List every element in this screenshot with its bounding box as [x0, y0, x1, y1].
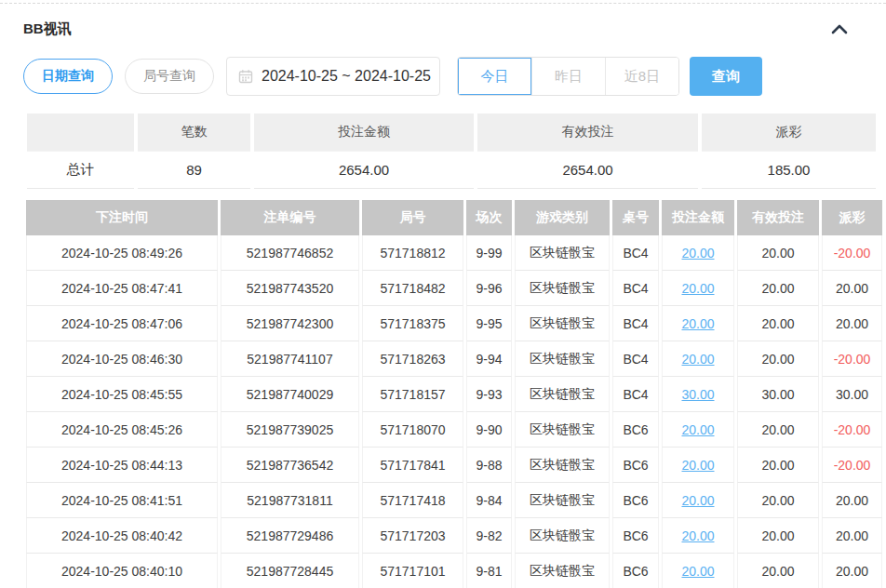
- tab-round-query[interactable]: 局号查询: [125, 59, 214, 94]
- bet-header-cell: 有效投注: [737, 200, 819, 235]
- table-cell: 521987746852: [221, 235, 359, 271]
- table-cell: 区块链骰宝: [515, 412, 610, 448]
- table-cell: 20.00: [737, 448, 819, 483]
- table-cell: 521987741107: [221, 341, 359, 377]
- panel-header: BB视讯: [23, 18, 863, 40]
- table-cell: -20.00: [822, 412, 882, 448]
- table-cell: 20.00: [822, 271, 882, 306]
- bet-amount-link[interactable]: 20.00: [681, 246, 714, 261]
- table-cell: 9-90: [466, 412, 512, 448]
- query-button[interactable]: 查询: [690, 57, 762, 96]
- quick-range-group: 今日昨日近8日: [457, 57, 679, 96]
- table-cell: 30.00: [822, 377, 882, 412]
- table-cell: 20.00: [737, 306, 819, 341]
- table-cell: 20.00: [662, 518, 734, 554]
- table-row: 2024-10-25 08:47:41521987743520571718482…: [26, 271, 882, 306]
- bet-amount-link[interactable]: 20.00: [681, 528, 714, 543]
- bet-table: 下注时间注单编号局号场次游戏类别桌号投注金额有效投注派彩 2024-10-25 …: [23, 200, 885, 588]
- table-cell: 9-93: [466, 377, 512, 412]
- table-cell: 9-94: [466, 341, 512, 377]
- table-cell: 20.00: [662, 412, 734, 448]
- calendar-icon: [238, 69, 253, 84]
- table-cell: -20.00: [822, 341, 882, 377]
- table-cell: 20.00: [662, 448, 734, 483]
- table-row: 2024-10-25 08:44:13521987736542571717841…: [26, 448, 882, 483]
- table-cell: 区块链骰宝: [515, 483, 610, 518]
- bet-header-cell: 下注时间: [26, 200, 218, 235]
- table-cell: -20.00: [822, 448, 882, 483]
- table-cell: 20.00: [737, 483, 819, 518]
- table-cell: 20.00: [822, 554, 882, 588]
- summary-header-cell: 派彩: [702, 114, 876, 151]
- table-cell: 20.00: [662, 483, 734, 518]
- summary-cell: 89: [138, 151, 250, 189]
- table-cell: 20.00: [737, 518, 819, 554]
- table-cell: 区块链骰宝: [515, 306, 610, 341]
- table-cell: BC6: [612, 483, 659, 518]
- table-cell: 9-81: [466, 554, 512, 588]
- bet-amount-link[interactable]: 20.00: [681, 352, 714, 367]
- table-cell: 20.00: [822, 518, 882, 554]
- table-cell: 571718070: [362, 412, 463, 448]
- table-cell: 521987742300: [221, 306, 359, 341]
- table-cell: -20.00: [822, 235, 882, 271]
- tab-date-query[interactable]: 日期查询: [23, 59, 113, 94]
- bet-amount-link[interactable]: 20.00: [681, 422, 714, 437]
- table-row: 2024-10-25 08:40:10521987728445571717101…: [26, 554, 882, 588]
- table-row: 2024-10-25 08:46:30521987741107571718263…: [26, 341, 882, 377]
- table-cell: 区块链骰宝: [515, 341, 610, 377]
- quick-range-button[interactable]: 昨日: [531, 58, 605, 95]
- table-cell: 521987743520: [221, 271, 359, 306]
- table-cell: 521987731811: [221, 483, 359, 518]
- table-cell: BC4: [612, 377, 659, 412]
- quick-range-button[interactable]: 近8日: [605, 58, 678, 95]
- table-cell: 2024-10-25 08:47:41: [26, 271, 218, 306]
- bb-video-panel: BB视讯 日期查询 局号查询: [0, 18, 886, 588]
- date-range-value: 2024-10-25 ~ 2024-10-25: [262, 68, 431, 85]
- bet-amount-link[interactable]: 20.00: [681, 458, 714, 473]
- table-cell: 20.00: [662, 341, 734, 377]
- table-cell: 2024-10-25 08:46:30: [26, 341, 218, 377]
- bet-header-row: 下注时间注单编号局号场次游戏类别桌号投注金额有效投注派彩: [26, 200, 882, 235]
- bet-header-cell: 桌号: [612, 200, 659, 235]
- bet-amount-link[interactable]: 20.00: [681, 281, 714, 296]
- table-cell: 521987740029: [221, 377, 359, 412]
- table-cell: 20.00: [662, 271, 734, 306]
- bet-header-cell: 场次: [466, 200, 512, 235]
- table-cell: 9-82: [466, 518, 512, 554]
- table-cell: 区块链骰宝: [515, 235, 610, 271]
- table-cell: 521987728445: [221, 554, 359, 588]
- table-cell: 571717841: [362, 448, 463, 483]
- bet-amount-link[interactable]: 20.00: [681, 493, 714, 508]
- quick-range-button[interactable]: 今日: [458, 58, 531, 95]
- bet-amount-link[interactable]: 20.00: [681, 564, 714, 579]
- bet-header-cell: 注单编号: [221, 200, 359, 235]
- bet-amount-link[interactable]: 20.00: [681, 316, 714, 331]
- chevron-up-icon: [830, 22, 849, 35]
- table-cell: 区块链骰宝: [515, 448, 610, 483]
- summary-total-row: 总计892654.002654.00185.00: [27, 151, 876, 189]
- table-cell: 2024-10-25 08:44:13: [26, 448, 218, 483]
- bet-header-cell: 投注金额: [662, 200, 734, 235]
- summary-cell: 2654.00: [254, 151, 474, 189]
- bet-header-cell: 派彩: [822, 200, 882, 235]
- summary-cell: 185.00: [702, 151, 876, 189]
- table-row: 2024-10-25 08:45:26521987739025571718070…: [26, 412, 882, 448]
- summary-header-cell: 投注金额: [254, 114, 474, 151]
- table-cell: BC4: [612, 271, 659, 306]
- page-title: BB视讯: [23, 20, 72, 38]
- table-cell: 2024-10-25 08:49:26: [26, 235, 218, 271]
- table-cell: 20.00: [662, 235, 734, 271]
- bet-amount-link[interactable]: 30.00: [681, 387, 714, 402]
- summary-header-cell: [27, 114, 134, 151]
- table-row: 2024-10-25 08:41:51521987731811571717418…: [26, 483, 882, 518]
- collapse-button[interactable]: [827, 19, 852, 39]
- table-cell: 区块链骰宝: [515, 554, 610, 588]
- table-cell: 571717418: [362, 483, 463, 518]
- date-range-input[interactable]: 2024-10-25 ~ 2024-10-25: [226, 57, 440, 96]
- table-cell: 区块链骰宝: [515, 377, 610, 412]
- table-cell: 521987736542: [221, 448, 359, 483]
- table-cell: 521987739025: [221, 412, 359, 448]
- table-cell: 571717101: [362, 554, 463, 588]
- table-cell: 20.00: [822, 306, 882, 341]
